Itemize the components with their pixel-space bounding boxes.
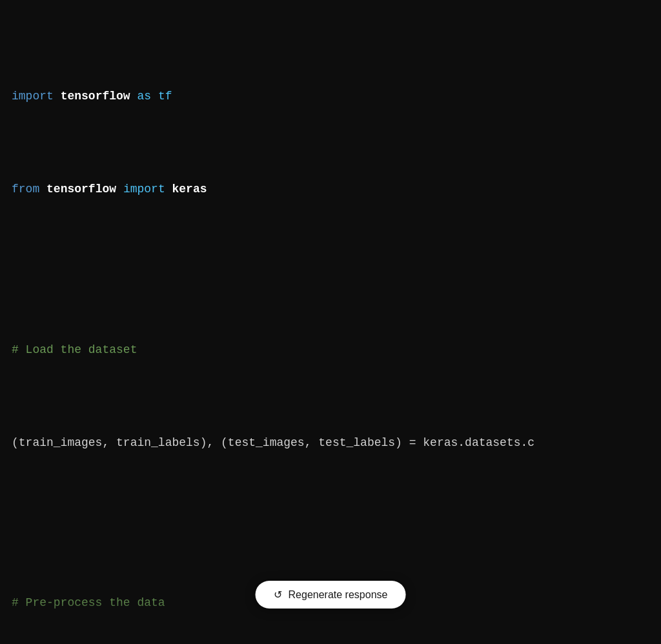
empty-line-2 [12, 508, 649, 519]
code-line-2: from tensorflow import keras [12, 180, 649, 199]
regenerate-label: Regenerate response [289, 589, 388, 601]
code-line-4: (train_images, train_labels), (test_imag… [12, 434, 649, 452]
code-line-3: # Load the dataset [12, 341, 649, 359]
code-editor: import tensorflow as tf from tensorflow … [0, 0, 661, 644]
empty-line-1 [12, 254, 649, 266]
regenerate-button[interactable]: ↺ Regenerate response [256, 581, 406, 609]
regenerate-icon: ↺ [274, 589, 282, 601]
code-line-1: import tensorflow as tf [12, 87, 649, 106]
